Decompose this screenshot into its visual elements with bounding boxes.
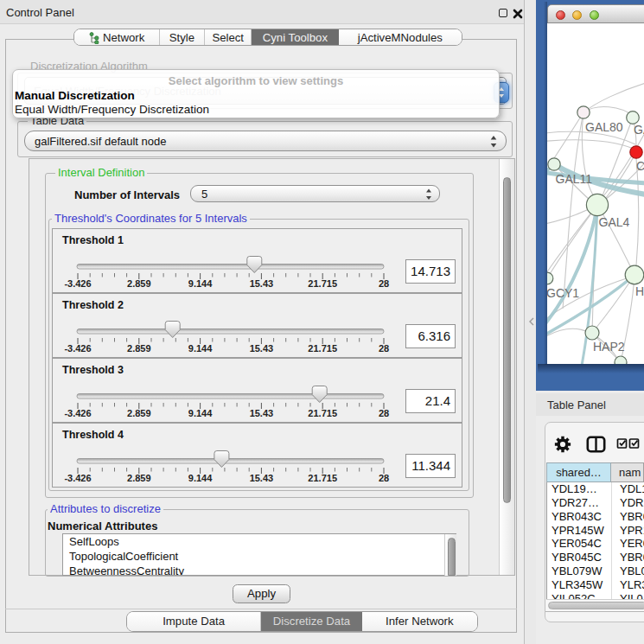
svg-text:28: 28 <box>379 473 389 483</box>
svg-text:21.715: 21.715 <box>308 343 337 354</box>
svg-text:-3.426: -3.426 <box>64 343 91 354</box>
svg-text:GAL4: GAL4 <box>599 215 630 229</box>
svg-text:2.859: 2.859 <box>127 473 151 483</box>
svg-text:HAP2: HAP2 <box>593 340 625 354</box>
svg-text:9.144: 9.144 <box>188 473 213 483</box>
svg-text:GCY1: GCY1 <box>547 286 579 300</box>
svg-text:H: H <box>635 284 644 298</box>
svg-text:21.715: 21.715 <box>308 278 337 289</box>
svg-text:15.43: 15.43 <box>250 408 274 418</box>
svg-text:-3.426: -3.426 <box>64 473 91 483</box>
svg-text:21.715: 21.715 <box>308 408 337 418</box>
svg-text:GAL80: GAL80 <box>585 120 623 134</box>
svg-text:2.859: 2.859 <box>127 278 151 289</box>
svg-text:GA: GA <box>634 123 644 137</box>
svg-text:2.859: 2.859 <box>127 343 151 354</box>
svg-text:9.144: 9.144 <box>188 343 213 354</box>
svg-text:28: 28 <box>379 278 389 289</box>
svg-text:9.144: 9.144 <box>188 408 213 418</box>
svg-text:28: 28 <box>379 343 389 354</box>
svg-text:15.43: 15.43 <box>250 343 274 354</box>
svg-text:C: C <box>636 159 644 173</box>
svg-text:9.144: 9.144 <box>188 278 213 289</box>
svg-text:15.43: 15.43 <box>250 278 274 289</box>
svg-text:15.43: 15.43 <box>250 473 274 483</box>
svg-text:-3.426: -3.426 <box>64 408 91 418</box>
svg-text:-3.426: -3.426 <box>64 278 91 289</box>
svg-text:2.859: 2.859 <box>127 408 151 418</box>
svg-text:21.715: 21.715 <box>308 473 337 483</box>
svg-text:GAL11: GAL11 <box>556 172 593 186</box>
svg-text:28: 28 <box>379 408 389 418</box>
